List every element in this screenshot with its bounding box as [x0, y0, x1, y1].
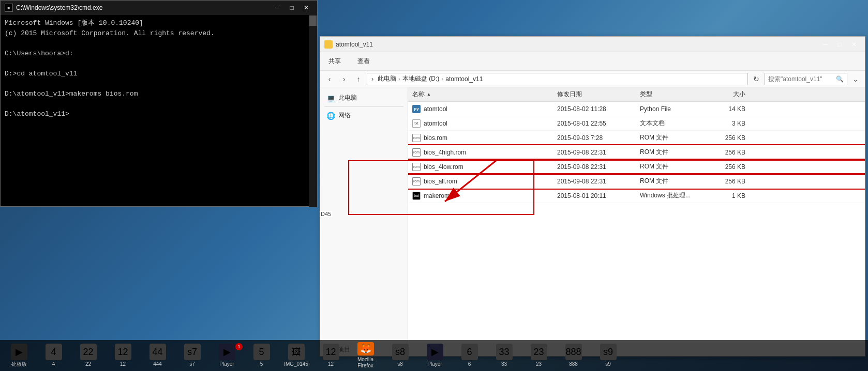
cmd-maximize-button[interactable]: □ [285, 3, 298, 13]
file-size: 14 KB [708, 105, 750, 113]
taskbar-icon: 888 [565, 344, 582, 360]
taskbar-item[interactable]: 5 5 [245, 342, 278, 369]
sidebar-divider [324, 106, 403, 107]
taskbar-item[interactable]: ▶ 处板版 [2, 342, 36, 369]
path-chevron: › [371, 75, 373, 83]
taskbar-icon: 🦊 [357, 342, 374, 355]
view-button[interactable]: 查看 [353, 55, 374, 68]
col-header-date[interactable]: 修改日期 [553, 90, 636, 99]
cmd-line-3 [5, 38, 313, 49]
taskbar-label: 4 [52, 361, 55, 367]
file-name-cell: rom bios.rom [408, 134, 553, 142]
sidebar-item-computer[interactable]: 💻 此电脑 [320, 91, 408, 104]
cmd-scroll-thumb [309, 16, 317, 26]
python-file-icon: py [412, 105, 421, 113]
amd-watermark: AMD► [838, 329, 864, 337]
forward-button[interactable]: › [338, 73, 350, 85]
taskbar-icon: 4 [46, 344, 62, 360]
file-list-header: 名称 ▲ 修改日期 类型 大小 [408, 87, 865, 102]
file-name-cell: rom bios_4high.rom [408, 148, 553, 157]
share-button[interactable]: 共享 [324, 55, 345, 68]
back-button[interactable]: ‹ [323, 73, 336, 85]
file-name-cell: bat makeroms [408, 192, 553, 200]
taskbar-item[interactable]: s8 s8 [383, 342, 417, 369]
network-icon: 🌐 [326, 112, 335, 120]
taskbar-item[interactable]: 🖼 IMG_0145 [279, 342, 313, 369]
taskbar-item[interactable]: 44 444 [141, 342, 174, 369]
file-size: 1 KB [708, 192, 750, 199]
options-button[interactable]: ⌄ [849, 73, 862, 85]
explorer-folder-icon [324, 40, 333, 49]
search-icon: 🔍 [836, 75, 844, 83]
file-type: Windows 批处理... [636, 191, 708, 200]
search-input[interactable] [768, 75, 834, 83]
taskbar-icon: 6 [461, 344, 478, 360]
file-type: 文本文档 [636, 119, 708, 128]
taskbar-item[interactable]: 23 23 [522, 342, 556, 369]
file-type: ROM 文件 [636, 133, 708, 142]
taskbar-item[interactable]: 12 12 [106, 342, 140, 369]
file-date: 2015-09-08 22:31 [553, 149, 636, 156]
taskbar-label: Player [427, 361, 442, 367]
taskbar-label: IMG_0145 [284, 361, 308, 367]
col-header-size[interactable]: 大小 [708, 90, 750, 99]
table-row[interactable]: rom bios.rom 2015-09-03 7:28 ROM 文件 256 … [408, 131, 865, 145]
table-row[interactable]: rom bios_all.rom 2015-09-08 22:31 ROM 文件… [408, 174, 865, 189]
file-size: 3 KB [708, 120, 750, 127]
taskbar-label: 5 [260, 361, 263, 367]
table-row[interactable]: bat makeroms 2015-08-01 20:11 Windows 批处… [408, 189, 865, 203]
search-box: 🔍 [765, 73, 847, 85]
taskbar-item[interactable]: ▶ Player [418, 342, 452, 369]
explorer-close-button[interactable]: ✕ [847, 39, 861, 50]
bat-file-icon: bat [412, 192, 421, 200]
taskbar-item[interactable]: 6 6 [453, 342, 486, 369]
taskbar-icon: 🖼 [288, 344, 305, 360]
taskbar-item[interactable]: 12 12 [314, 342, 348, 369]
col-header-type[interactable]: 类型 [636, 90, 708, 99]
taskbar-label: s8 [397, 361, 403, 367]
cmd-titlebar-left: ■ C:\Windows\system32\cmd.exe [5, 4, 102, 12]
explorer-body: 💻 此电脑 🌐 网络 名称 ▲ 修改日期 类型 [320, 87, 865, 343]
taskbar-item[interactable]: s9 s9 [591, 342, 625, 369]
explorer-toolbar: 共享 查看 [320, 52, 865, 71]
file-type: Python File [636, 105, 708, 113]
taskbar-item[interactable]: 888 888 [557, 342, 590, 369]
table-row[interactable]: rom bios_4high.rom 2015-09-08 22:31 ROM … [408, 145, 865, 160]
table-row[interactable]: rom bios_4low.rom 2015-09-08 22:31 ROM 文… [408, 160, 865, 174]
taskbar-label: MozillaFirefox [357, 357, 373, 369]
file-list: 名称 ▲ 修改日期 类型 大小 py atomtool 2015-08-02 1… [408, 87, 865, 343]
taskbar-item[interactable]: 4 4 [37, 342, 70, 369]
file-name-cell: txt atomtool [408, 119, 553, 128]
taskbar-item[interactable]: s7 s7 [175, 342, 209, 369]
taskbar-label: 33 [501, 361, 507, 367]
taskbar-label: s9 [605, 361, 611, 367]
col-header-name[interactable]: 名称 ▲ [408, 90, 553, 99]
address-path[interactable]: › 此电脑 › 本地磁盘 (D:) › atomtool_v11 [367, 73, 748, 85]
table-row[interactable]: py atomtool 2015-08-02 11:28 Python File… [408, 102, 865, 116]
taskbar-item[interactable]: 22 22 [71, 342, 105, 369]
cmd-minimize-button[interactable]: ─ [271, 3, 284, 13]
taskbar-icon: ▶ [219, 344, 235, 360]
taskbar-label: 6 [468, 361, 471, 367]
taskbar-icon: 5 [253, 344, 270, 360]
explorer-window-controls: ─ □ ✕ [818, 39, 861, 50]
cmd-close-button[interactable]: ✕ [300, 3, 313, 13]
file-size: 256 KB [708, 134, 750, 142]
taskbar-item[interactable]: 33 33 [487, 342, 521, 369]
cmd-scrollbar[interactable] [309, 15, 317, 207]
taskbar-item[interactable]: ▶ Player 1 [210, 342, 244, 369]
table-row[interactable]: txt atomtool 2015-08-01 22:55 文本文档 3 KB [408, 116, 865, 131]
cmd-line-2: (c) 2015 Microsoft Corporation. All righ… [5, 28, 313, 39]
path-computer: 此电脑 [378, 74, 396, 83]
up-button[interactable]: ↑ [352, 73, 365, 85]
cmd-line-5 [5, 58, 313, 69]
sidebar-item-network[interactable]: 🌐 网络 [320, 109, 408, 122]
taskbar-item[interactable]: 🦊 MozillaFirefox [349, 342, 382, 369]
refresh-button[interactable]: ↻ [750, 73, 762, 85]
file-name: atomtool [424, 105, 447, 113]
explorer-minimize-button[interactable]: ─ [818, 39, 832, 50]
explorer-maximize-button[interactable]: □ [833, 39, 846, 50]
taskbar-label: 444 [153, 361, 162, 367]
rom-file-icon: rom [412, 148, 421, 157]
file-type: ROM 文件 [636, 177, 708, 186]
